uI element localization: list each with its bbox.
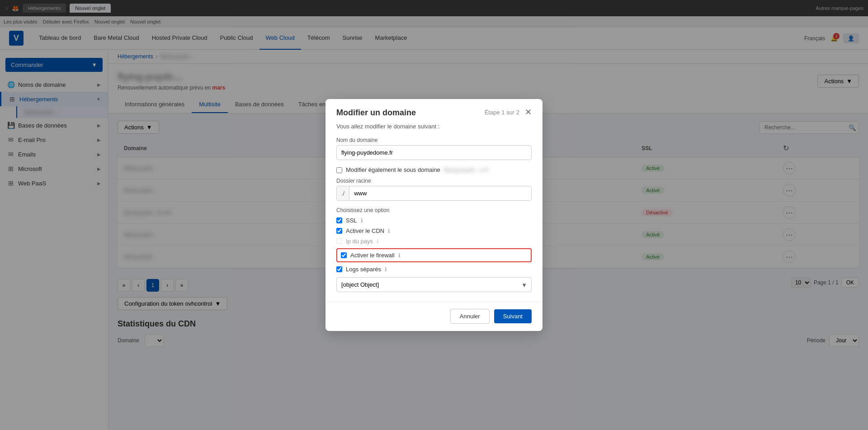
modal-subdomain-label: Modifier également le sous domaine (346, 166, 440, 173)
modal-header: Modifier un domaine Étape 1 sur 2 ✕ (326, 99, 542, 123)
modal-cancel-button[interactable]: Annuler (450, 309, 490, 324)
modal-root-prefix: ./ (337, 186, 349, 200)
modal-step: Étape 1 sur 2 (485, 109, 519, 116)
modal-footer: Annuler Suivant (326, 301, 542, 331)
modal-title: Modifier un domaine (336, 108, 416, 118)
modal-subdomain-checkbox[interactable] (336, 167, 342, 173)
modal-ssl-info-icon[interactable]: ℹ (361, 217, 363, 224)
modal-root-label: Dossier racine (336, 178, 532, 184)
modal-domain-input[interactable] (336, 145, 532, 160)
modal-close-button[interactable]: ✕ (525, 108, 532, 116)
modal-option-cdn: Activer le CDN ℹ (336, 227, 532, 234)
modal-firewall-checkbox[interactable] (341, 252, 347, 258)
modal-firewall-label: Activer le firewall (350, 252, 395, 259)
modal-ip-label: Ip du pays (346, 238, 373, 245)
modal-select-wrap: [object Object] ▼ (336, 277, 532, 292)
modal-select[interactable]: [object Object] (336, 277, 532, 292)
modal-subdomain-row: Modifier également le sous domaine flyin… (336, 166, 532, 173)
modal-cdn-checkbox[interactable] (336, 228, 342, 234)
modal-cdn-info-icon[interactable]: ℹ (388, 228, 390, 234)
modal-logs-checkbox[interactable] (336, 266, 342, 272)
modal-ssl-checkbox[interactable] (336, 217, 342, 223)
modal-subdomain-value: flying-puydc...e.fr (444, 166, 489, 173)
modal-option-firewall: Activer le firewall ℹ (336, 248, 532, 262)
modal-description: Vous allez modifier le domaine suivant : (336, 123, 532, 130)
modal-options: Choisissez une option SSL ℹ Activer le C… (336, 207, 532, 273)
modal-option-ssl: SSL ℹ (336, 217, 532, 224)
modal-option-logs: Logs séparés ℹ (336, 266, 532, 273)
modal: Modifier un domaine Étape 1 sur 2 ✕ Vous… (326, 99, 542, 331)
modal-header-left: Modifier un domaine (336, 108, 416, 118)
modal-ip-info-icon[interactable]: ℹ (377, 238, 379, 245)
modal-logs-label: Logs séparés (346, 266, 381, 273)
modal-ssl-label: SSL (346, 217, 357, 224)
modal-logs-info-icon[interactable]: ℹ (385, 266, 387, 273)
modal-firewall-info-icon[interactable]: ℹ (398, 252, 401, 259)
modal-body: Vous allez modifier le domaine suivant :… (326, 123, 542, 301)
modal-root-input-wrap: ./ (336, 186, 532, 201)
modal-domain-field: Nom du domaine (336, 137, 532, 160)
modal-option-ip: Ip du pays ℹ (336, 238, 532, 245)
modal-header-right: Étape 1 sur 2 ✕ (485, 108, 532, 116)
modal-cdn-label: Activer le CDN (346, 227, 384, 234)
modal-ip-checkbox (336, 238, 342, 244)
modal-domain-label: Nom du domaine (336, 137, 532, 143)
modal-next-button[interactable]: Suivant (494, 309, 532, 323)
modal-root-input[interactable] (349, 186, 531, 200)
modal-overlay: Modifier un domaine Étape 1 sur 2 ✕ Vous… (0, 0, 868, 430)
modal-options-label: Choisissez une option (336, 207, 532, 213)
modal-root-field: Dossier racine ./ (336, 178, 532, 201)
